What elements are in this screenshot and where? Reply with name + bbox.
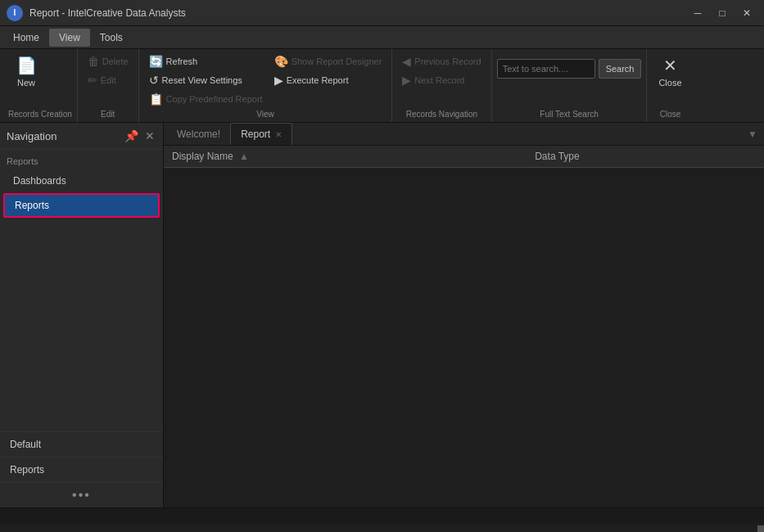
prev-icon: ◀ (402, 55, 411, 68)
sidebar-more-button[interactable]: ••• (0, 483, 163, 507)
close-icon: ✕ (663, 56, 677, 75)
content-area: Welcome! Report ✕ ▼ Display Name ▲ Data … (164, 123, 764, 507)
sidebar-section-reports: Reports (0, 150, 163, 169)
copy-label: Copy Predefined Report (166, 94, 263, 104)
edit-icon: ✏ (88, 74, 97, 87)
tab-welcome[interactable]: Welcome! (167, 123, 230, 145)
copy-predefined-button[interactable]: 📋 Copy Predefined Report (144, 90, 268, 108)
menu-home[interactable]: Home (3, 29, 49, 47)
refresh-icon: 🔄 (149, 55, 163, 68)
delete-icon: 🗑 (88, 55, 99, 68)
refresh-label: Refresh (166, 56, 198, 66)
sidebar-footer-default[interactable]: Default (0, 432, 163, 458)
new-icon: 📄 (16, 56, 37, 75)
tab-dropdown-arrow[interactable]: ▼ (744, 125, 761, 143)
delete-button[interactable]: 🗑 Delete (83, 52, 133, 70)
records-nav-content: ◀ Previous Record ▶ Next Record (397, 52, 486, 108)
reset-label: Reset View Settings (162, 75, 242, 85)
search-button[interactable]: Search (599, 59, 642, 79)
tab-welcome-label: Welcome! (177, 128, 220, 140)
reset-icon: ↺ (149, 74, 159, 87)
sidebar-footer-reports[interactable]: Reports (0, 458, 163, 483)
show-designer-label: Show Report Designer (292, 56, 382, 66)
reset-view-button[interactable]: ↺ Reset View Settings (144, 71, 268, 89)
records-nav-group: ◀ Previous Record ▶ Next Record Records … (392, 49, 491, 122)
next-label: Next Record (414, 75, 464, 85)
edit-content: 🗑 Delete ✏ Edit (83, 52, 133, 108)
search-title: Full Text Search (497, 108, 642, 122)
view-stack: 🔄 Refresh ↺ Reset View Settings 📋 Copy P… (144, 52, 268, 108)
sidebar-title: Navigation (7, 130, 57, 142)
col-display-name[interactable]: Display Name ▲ (164, 146, 527, 168)
execute-label: Execute Report (287, 75, 349, 85)
search-row: Search (497, 52, 642, 108)
edit-button[interactable]: ✏ Edit (83, 71, 133, 89)
close-content: ✕ Close (652, 52, 688, 108)
prev-label: Previous Record (414, 56, 481, 66)
prev-record-button[interactable]: ◀ Previous Record (397, 52, 486, 70)
sidebar-header-icons: 📌 ✕ (123, 128, 156, 144)
sidebar-close-button[interactable]: ✕ (143, 128, 156, 144)
view-group-title: View (144, 108, 387, 122)
close-group: ✕ Close Close (647, 49, 693, 122)
close-group-title: Close (652, 108, 688, 122)
tab-report[interactable]: Report ✕ (230, 123, 292, 145)
execute-report-button[interactable]: ▶ Execute Report (269, 71, 387, 89)
view-stack2: 🎨 Show Report Designer ▶ Execute Report (269, 52, 387, 89)
sort-icon-display-name: ▲ (239, 151, 249, 162)
tab-bar: Welcome! Report ✕ ▼ (164, 123, 764, 146)
title-bar-left: I Report - IntelCreative Data Analysts (7, 5, 186, 21)
records-nav-title: Records Navigation (397, 108, 486, 122)
tab-report-close[interactable]: ✕ (275, 130, 282, 139)
menu-tools[interactable]: Tools (90, 29, 133, 47)
close-button[interactable]: ✕ Close (652, 52, 688, 91)
menu-bar: Home View Tools (0, 26, 764, 49)
next-record-button[interactable]: ▶ Next Record (397, 71, 486, 89)
sidebar: Navigation 📌 ✕ Reports Dashboards Report… (0, 123, 164, 507)
menu-view[interactable]: View (49, 29, 90, 47)
minimize-button[interactable]: ─ (687, 5, 708, 21)
execute-icon: ▶ (274, 74, 283, 87)
refresh-button[interactable]: 🔄 Refresh (144, 52, 268, 70)
col-data-type[interactable]: Data Type (527, 146, 764, 168)
sidebar-item-reports[interactable]: Reports (3, 193, 160, 218)
sidebar-footer: Default Reports ••• (0, 431, 163, 507)
app-icon: I (7, 5, 23, 21)
records-creation-title: Records Creation (8, 108, 72, 122)
maximize-button[interactable]: □ (712, 5, 733, 21)
show-designer-button[interactable]: 🎨 Show Report Designer (269, 52, 387, 70)
next-icon: ▶ (402, 74, 411, 87)
close-label: Close (658, 78, 681, 88)
ribbon-content: 📄 New Records Creation 🗑 Delete ✏ Edit (0, 49, 764, 122)
main-table: Display Name ▲ Data Type (164, 146, 764, 168)
edit-label: Edit (101, 75, 116, 85)
view-group: 🔄 Refresh ↺ Reset View Settings 📋 Copy P… (139, 49, 393, 122)
resize-handle[interactable] (757, 525, 764, 532)
pin-button[interactable]: 📌 (123, 128, 140, 144)
status-bar (0, 507, 764, 524)
delete-label: Delete (102, 56, 129, 66)
title-bar-controls: ─ □ ✕ (687, 5, 757, 21)
edit-group: 🗑 Delete ✏ Edit Edit (78, 49, 139, 122)
search-group: Search Full Text Search (492, 49, 648, 122)
search-input[interactable] (497, 59, 595, 79)
records-creation-group: 📄 New Records Creation (3, 49, 78, 122)
copy-icon: 📋 (149, 92, 163, 106)
main-area: Navigation 📌 ✕ Reports Dashboards Report… (0, 123, 764, 507)
new-label: New (17, 78, 35, 88)
sidebar-item-dashboards[interactable]: Dashboards (3, 170, 160, 192)
title-bar: I Report - IntelCreative Data Analysts ─… (0, 0, 764, 26)
window-close-button[interactable]: ✕ (736, 5, 757, 21)
window-title: Report - IntelCreative Data Analysts (29, 7, 186, 19)
sidebar-header: Navigation 📌 ✕ (0, 123, 163, 150)
edit-stack: 🗑 Delete ✏ Edit (83, 52, 133, 89)
tab-report-label: Report (241, 128, 270, 140)
designer-icon: 🎨 (274, 55, 288, 68)
ribbon: 📄 New Records Creation 🗑 Delete ✏ Edit (0, 49, 764, 123)
data-table: Display Name ▲ Data Type (164, 146, 764, 507)
new-button[interactable]: 📄 New (8, 52, 44, 91)
view-content: 🔄 Refresh ↺ Reset View Settings 📋 Copy P… (144, 52, 387, 108)
records-creation-content: 📄 New (8, 52, 72, 108)
edit-group-title: Edit (83, 108, 133, 122)
nav-stack: ◀ Previous Record ▶ Next Record (397, 52, 486, 89)
